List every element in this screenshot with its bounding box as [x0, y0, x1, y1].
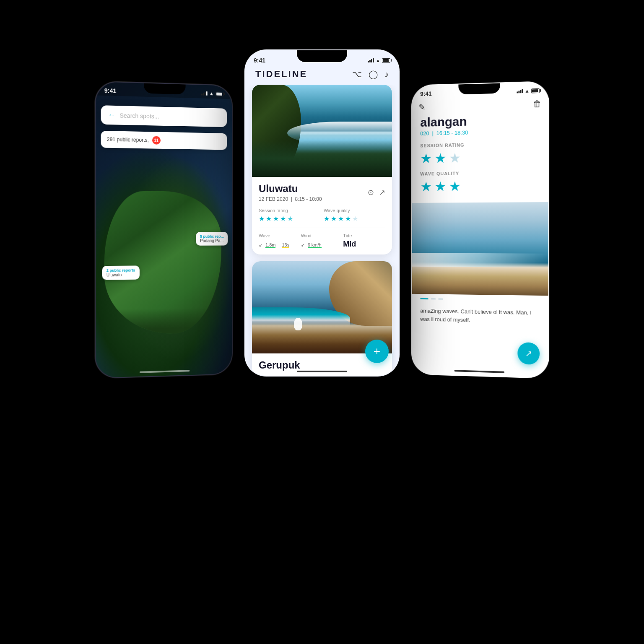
phone-right: 9:41 ▲ ✎ 🗑 alangan 020 | 16: — [411, 81, 549, 379]
star-4: ★ — [280, 215, 286, 223]
back-button[interactable]: ← — [108, 111, 115, 120]
wind-arrow-icon: ↙ — [301, 242, 305, 247]
session-rating-label: Session rating — [259, 208, 320, 213]
share-fab-button[interactable]: ↗ — [517, 342, 540, 365]
session-image — [412, 202, 548, 296]
pin-uluwatu-name: Uluwatu — [106, 273, 135, 278]
status-icons-center: ▲ — [368, 58, 390, 63]
wstar-4: ★ — [345, 215, 351, 223]
session-rating-stars: ★ ★ ★ — [420, 149, 540, 166]
session-rating-section: Session rating ★ ★ ★ ★ ★ — [259, 208, 320, 223]
phones-container: 9:41 ▲ ← Search spots... — [70, 49, 574, 595]
fab-icon: + — [374, 345, 380, 358]
search-input[interactable]: Search spots... — [119, 112, 221, 121]
gerupuk-wave-bg — [252, 261, 392, 353]
wifi-icon: ▲ — [209, 91, 214, 96]
signal-icon-right — [517, 89, 523, 93]
wstar-2: ★ — [331, 215, 337, 223]
uluwatu-meta: Uluwatu 12 FEB 2020 | 8:15 - 10:00 ⊙ ↗ — [259, 183, 385, 202]
reports-text: 291 public reports, — [107, 136, 149, 143]
session-title: alangan — [412, 109, 548, 130]
time-right: 9:41 — [420, 90, 431, 97]
tide-stat: Tide Mid — [343, 233, 385, 249]
star-5: ★ — [287, 215, 293, 223]
wind-label: Wind — [301, 233, 343, 238]
notch-right — [458, 83, 500, 94]
dot-1 — [431, 298, 436, 299]
wave-label: Wave — [259, 233, 301, 238]
profile-icon[interactable]: ◯ — [369, 69, 378, 79]
map-pin-uluwatu[interactable]: 2 public reports Uluwatu — [102, 265, 140, 280]
camera-icon[interactable]: ⊙ — [368, 188, 374, 197]
wave-stats: Wave ↙ 1.8m 13s Wind ↙ — [259, 228, 385, 249]
wqstar-2: ★ — [434, 179, 446, 195]
session-notes: amaZing waves. Can't believe ol it was. … — [412, 304, 548, 329]
wave-quality-label: Wave quality — [324, 208, 385, 213]
delete-icon[interactable]: 🗑 — [533, 99, 541, 109]
wstar-1: ★ — [324, 215, 330, 223]
time-left: 9:41 — [104, 87, 117, 94]
time-center: 9:41 — [254, 57, 265, 64]
phone-left: 9:41 ▲ ← Search spots... — [95, 81, 233, 379]
wqstar-3: ★ — [449, 178, 461, 194]
uluwatu-date: 12 FEB 2020 | 8:15 - 10:00 — [259, 196, 322, 202]
edit-icon[interactable]: ✎ — [418, 102, 426, 112]
battery-icon-center — [382, 58, 390, 63]
star-3: ★ — [273, 215, 279, 223]
search-bar[interactable]: ← Search spots... — [101, 105, 227, 127]
wave-height-stat: Wave ↙ 1.8m 13s — [259, 233, 301, 249]
star-1: ★ — [259, 215, 265, 223]
star-2: ★ — [266, 215, 272, 223]
wave-quality-section: Wave quality ★ ★ ★ ★ ★ — [324, 208, 385, 223]
app-header: TIDELINE ⌥ ◯ ♪ — [245, 65, 399, 85]
uluwatu-card-body: Uluwatu 12 FEB 2020 | 8:15 - 10:00 ⊙ ↗ S… — [252, 177, 392, 254]
island-shape — [104, 191, 221, 335]
rstar-2: ★ — [434, 150, 446, 166]
reports-bar: 291 public reports, 11 — [101, 131, 227, 150]
session-wave-bg — [412, 202, 548, 296]
session-rating-section: SESSION RATING ★ ★ ★ — [412, 141, 548, 171]
share-icon[interactable]: ↗ — [379, 188, 385, 197]
uluwatu-actions: ⊙ ↗ — [368, 188, 385, 197]
wave-quality-section: WAVE QUALITY ★ ★ ★ — [412, 170, 548, 200]
fab-button[interactable]: + — [365, 340, 389, 363]
wifi-icon-center: ▲ — [376, 58, 380, 63]
app-title: TIDELINE — [255, 69, 307, 80]
wifi-icon-right: ▲ — [525, 88, 530, 93]
wave-foam — [287, 122, 392, 145]
battery-icon — [216, 91, 223, 96]
stats-grid: Session rating ★ ★ ★ ★ ★ Wave quality — [259, 208, 385, 223]
pin-uluwatu-reports: 2 public reports — [106, 268, 135, 273]
tide-label: Tide — [343, 233, 385, 238]
spot-card-uluwatu[interactable]: Uluwatu 12 FEB 2020 | 8:15 - 10:00 ⊙ ↗ S… — [252, 85, 392, 254]
notch-center — [297, 50, 347, 62]
signal-icon-center — [368, 58, 374, 62]
uluwatu-image — [252, 85, 392, 177]
filter-icon[interactable]: ⌥ — [352, 69, 362, 79]
home-indicator-center — [297, 371, 347, 372]
map-pin-padang[interactable]: 5 public rep... Padang Pa... — [196, 232, 228, 246]
home-indicator-right — [454, 370, 505, 373]
status-icons-right: ▲ — [517, 88, 540, 94]
phone-center: 9:41 ▲ TIDELINE ⌥ ◯ ♪ — [244, 49, 400, 377]
notch-left — [144, 83, 186, 94]
microphone-icon[interactable]: ♪ — [384, 70, 389, 79]
wave-quality-stars: ★ ★ ★ — [420, 177, 540, 195]
pin-padang-name: Padang Pa... — [200, 239, 224, 243]
gerupuk-name: Gerupuk — [259, 359, 385, 371]
dot-2 — [438, 299, 443, 300]
uluwatu-name: Uluwatu — [259, 183, 322, 195]
pin-padang-reports: 5 public rep... — [200, 234, 224, 239]
status-icons-left: ▲ — [201, 91, 224, 97]
uluwatu-wave-bg — [252, 85, 392, 177]
signal-icon — [201, 91, 208, 96]
wqstar-1: ★ — [420, 179, 432, 195]
battery-icon-right — [531, 88, 540, 93]
gerupuk-image — [252, 261, 392, 353]
wave-value: ↙ 1.8m 13s — [259, 240, 301, 249]
header-icons: ⌥ ◯ ♪ — [352, 69, 389, 79]
rstar-1: ★ — [420, 151, 432, 166]
reports-badge: 11 — [152, 136, 161, 144]
tide-value: Mid — [343, 240, 385, 249]
wave-quality-label: WAVE QUALITY — [420, 170, 540, 176]
